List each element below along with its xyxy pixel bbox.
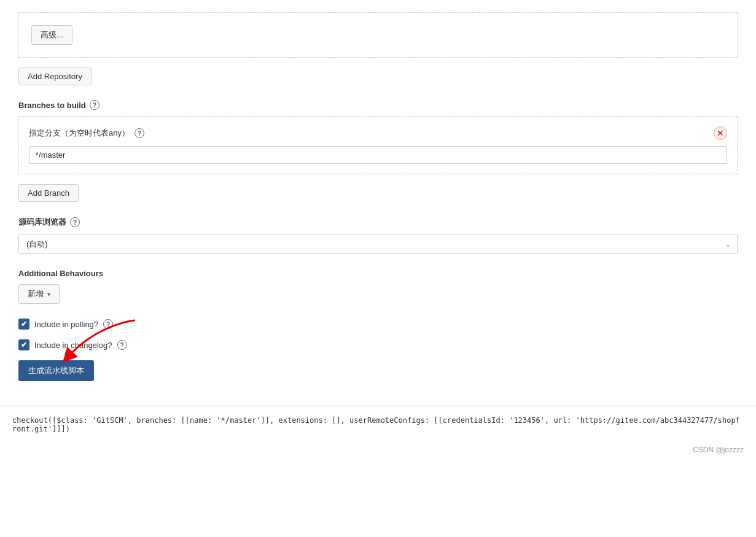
advanced-button[interactable]: 高级... [31,25,72,45]
branches-box: 指定分支（为空时代表any） ? ✕ [18,116,738,174]
generate-pipeline-button[interactable]: 生成流水线脚本 [18,360,94,381]
source-browser-section: 源码库浏览器 ? (自动) 其他选项1 其他选项2 ⌵ [18,217,738,254]
watermark: CSDN @jozzzz [0,443,756,459]
additional-behaviours-section: Additional Behaviours 新增 ▾ [18,269,738,304]
source-browser-select-wrapper: (自动) 其他选项1 其他选项2 ⌵ [18,234,738,254]
changelog-checkmark: ✔ [21,341,27,349]
source-browser-select[interactable]: (自动) 其他选项1 其他选项2 [18,234,738,254]
remove-branch-button[interactable]: ✕ [714,126,727,140]
additional-behaviours-label: Additional Behaviours [18,269,103,278]
add-repository-button[interactable]: Add Repository [18,68,92,85]
generate-button-container: 生成流水线脚本 [18,360,94,393]
dropdown-arrow-icon: ▾ [47,291,50,298]
branch-row: 指定分支（为空时代表any） ? ✕ [29,126,727,140]
additional-behaviours-label-row: Additional Behaviours [18,269,738,278]
advanced-section: 高级... [18,12,738,58]
code-output: checkout([$class: 'GitSCM', branches: [[… [0,406,756,443]
branch-field-label: 指定分支（为空时代表any） [29,128,130,139]
add-branch-button[interactable]: Add Branch [18,184,79,202]
changelog-row: ✔ Include in changelog? ? [18,339,738,350]
polling-row: ✔ Include in polling? ? [18,319,738,330]
polling-help-icon[interactable]: ? [103,319,113,329]
branch-input[interactable] [29,146,727,164]
branches-to-build-text: Branches to build [18,101,86,110]
add-new-label: 新增 [28,288,44,299]
branches-to-build-label: Branches to build ? [18,100,738,110]
source-browser-label: 源码库浏览器 [18,217,66,228]
branches-to-build-help-icon[interactable]: ? [90,100,99,110]
changelog-help-icon[interactable]: ? [117,340,127,350]
add-new-button[interactable]: 新增 ▾ [18,284,60,304]
changelog-label: Include in changelog? [34,341,112,350]
polling-checkbox[interactable]: ✔ [18,319,29,330]
changelog-checkbox[interactable]: ✔ [18,339,29,350]
polling-checkmark: ✔ [21,320,27,328]
polling-label: Include in polling? [34,320,98,329]
source-browser-label-row: 源码库浏览器 ? [18,217,738,228]
branch-field-help-icon[interactable]: ? [134,128,144,138]
source-browser-help-icon[interactable]: ? [70,217,80,227]
